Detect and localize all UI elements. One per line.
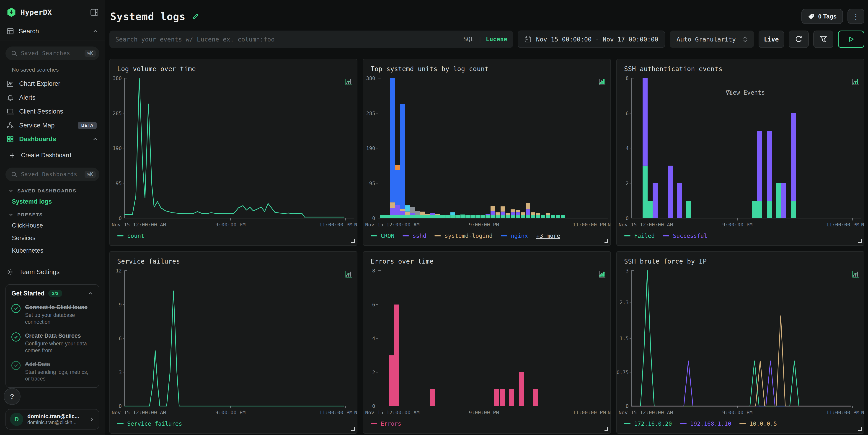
logo-row: HyperDX	[0, 0, 105, 22]
kebab-menu-button[interactable]: ⋮	[847, 9, 864, 24]
legend-swatch	[403, 235, 409, 237]
legend-more-link[interactable]: +3 more	[536, 232, 560, 239]
chart-canvas[interactable]: View Events 86420Nov 15 12:00:00 AM9:00:…	[617, 74, 864, 230]
group-saved-dashboards[interactable]: SAVED DASHBOARDS	[0, 184, 105, 195]
resize-handle[interactable]	[858, 239, 862, 243]
svg-text:0: 0	[626, 215, 629, 221]
legend-item[interactable]: 192.168.1.10	[680, 421, 732, 427]
create-dashboard-label: Create Dashboard	[21, 152, 71, 159]
svg-text:Nov 15 12:00:00 AM: Nov 15 12:00:00 AM	[112, 222, 166, 227]
svg-text:9:00:00 PM: 9:00:00 PM	[215, 222, 246, 227]
legend-item[interactable]: count	[117, 232, 144, 239]
legend-item[interactable]: systemd-logind	[434, 232, 493, 239]
sidebar-dashboard-systemd-logs[interactable]: Systemd logs	[0, 195, 105, 208]
svg-text:285: 285	[366, 111, 375, 116]
lucene-toggle[interactable]: Lucene	[486, 36, 507, 43]
svg-text:11:00:00 PM: 11:00:00 PM	[572, 410, 606, 415]
create-dashboard-button[interactable]: Create Dashboard	[0, 149, 105, 162]
get-started-step-add-data[interactable]: Add Data Start sending logs, metrics, or…	[11, 360, 93, 382]
get-started-title: Get Started	[11, 290, 45, 297]
legend-swatch	[117, 235, 124, 237]
panel-title: Errors over time	[371, 258, 603, 265]
granularity-select[interactable]: Auto Granularity	[670, 31, 754, 48]
panel-log-volume: Log volume over time 380285190950Nov 15 …	[110, 59, 358, 246]
resize-handle[interactable]	[604, 239, 608, 243]
sidebar-item-client-sessions[interactable]: Client Sessions	[0, 104, 105, 119]
svg-text:N: N	[861, 410, 864, 415]
sidebar-item-chart-explorer[interactable]: Chart Explorer	[0, 76, 105, 91]
group-presets[interactable]: PRESETS	[0, 208, 105, 219]
chart-legend: Service failures	[110, 418, 357, 433]
sidebar-item-dashboards[interactable]: Dashboards	[0, 132, 105, 146]
chevron-up-icon[interactable]	[87, 290, 93, 297]
tags-button[interactable]: 0 Tags	[801, 9, 843, 24]
legend-item[interactable]: nginx	[501, 232, 528, 239]
chart-legend: Errors	[363, 418, 611, 433]
legend-item[interactable]: sshd	[403, 232, 426, 239]
svg-text:6: 6	[372, 302, 375, 308]
legend-item[interactable]: 10.0.0.5	[739, 421, 777, 427]
resize-handle[interactable]	[351, 239, 355, 243]
edit-title-pencil-icon[interactable]	[192, 13, 199, 20]
legend-swatch	[663, 235, 669, 237]
chart-canvas[interactable]: 129630Nov 15 12:00:00 AM9:00:00 PM11:00:…	[110, 266, 357, 418]
sidebar-preset-clickhouse[interactable]: ClickHouse	[0, 219, 105, 232]
help-button[interactable]: ?	[4, 388, 21, 405]
shortcut-badge: ⌘K	[85, 50, 96, 57]
chart-canvas[interactable]: 380285190950Nov 15 12:00:00 AM9:00:00 PM…	[110, 74, 357, 230]
chart-canvas[interactable]: 32.31.50.750Nov 15 12:00:00 AM9:00:00 PM…	[617, 266, 864, 418]
shortcut-badge: ⌘K	[85, 171, 96, 178]
chart-canvas[interactable]: 380285190950Nov 15 12:00:00 AM9:00:00 PM…	[363, 74, 611, 230]
resize-handle[interactable]	[858, 427, 862, 431]
chart-canvas[interactable]: 86420Nov 15 12:00:00 AM9:00:00 PM11:00:0…	[363, 266, 611, 418]
legend-item[interactable]: Failed	[624, 232, 655, 239]
sidebar-collapse-icon[interactable]	[90, 8, 98, 16]
sql-toggle[interactable]: SQL	[463, 36, 474, 43]
saved-dashboards-input[interactable]: Saved Dashboards ⌘K	[5, 167, 99, 181]
refresh-button[interactable]	[789, 31, 809, 48]
event-search-input[interactable]: Search your events w/ Lucene ex. column:…	[110, 31, 513, 48]
refresh-icon	[795, 35, 803, 43]
filter-button[interactable]	[813, 31, 833, 48]
svg-text:9:00:00 PM: 9:00:00 PM	[469, 222, 499, 227]
svg-text:9:00:00 PM: 9:00:00 PM	[722, 410, 752, 415]
view-events-button[interactable]: View Events	[726, 89, 765, 96]
get-started-step-sources[interactable]: Create Data Sources Configure where your…	[11, 331, 93, 354]
panel-title: Log volume over time	[117, 65, 350, 73]
panel-errors: Errors over time 86420Nov 15 12:00:00 AM…	[363, 251, 611, 434]
svg-text:0: 0	[626, 403, 629, 409]
sidebar-item-search[interactable]: Search	[0, 22, 105, 41]
legend-item[interactable]: 172.16.0.20	[624, 421, 672, 427]
chevron-right-icon	[89, 416, 95, 422]
legend-item[interactable]: Errors	[371, 421, 401, 427]
date-range-picker[interactable]: Nov 15 00:00:00 - Nov 17 00:00:00	[518, 31, 665, 48]
sidebar-item-service-map[interactable]: Service Map BETA	[0, 119, 105, 132]
toggle-divider: |	[478, 36, 482, 43]
svg-text:N: N	[354, 222, 357, 227]
legend-item[interactable]: Successful	[663, 232, 707, 239]
saved-searches-input[interactable]: Saved Searches ⌘K	[5, 46, 99, 60]
chart-legend: CRONsshdsystemd-logindnginx+3 more	[363, 230, 611, 245]
controls-row: Search your events w/ Lucene ex. column:…	[110, 31, 864, 48]
resize-handle[interactable]	[351, 427, 355, 431]
resize-handle[interactable]	[604, 427, 608, 431]
legend-swatch	[117, 423, 124, 424]
dashboards-grid-icon	[6, 135, 14, 143]
legend-item[interactable]: Service failures	[117, 421, 182, 427]
svg-text:8: 8	[372, 268, 375, 274]
user-menu[interactable]: D dominic.tran@clic... dominic.tran@clic…	[5, 409, 99, 430]
run-query-button[interactable]	[838, 31, 864, 48]
live-button[interactable]: Live	[758, 31, 784, 48]
chart-legend: 172.16.0.20192.168.1.1010.0.0.5	[617, 418, 864, 433]
sidebar-preset-services[interactable]: Services	[0, 232, 105, 244]
sidebar-preset-kubernetes[interactable]: Kubernetes	[0, 244, 105, 257]
sidebar-item-alerts[interactable]: Alerts	[0, 91, 105, 104]
gear-icon	[6, 268, 14, 276]
svg-text:0: 0	[119, 215, 122, 221]
get-started-step-connect[interactable]: Connect to ClickHouse Set up your databa…	[11, 303, 93, 325]
legend-item[interactable]: CRON	[371, 232, 394, 239]
svg-text:N: N	[354, 410, 357, 415]
svg-text:Nov 15 12:00:00 AM: Nov 15 12:00:00 AM	[112, 410, 166, 415]
sidebar-item-team-settings[interactable]: Team Settings	[0, 265, 105, 279]
search-section-icon	[6, 27, 14, 35]
